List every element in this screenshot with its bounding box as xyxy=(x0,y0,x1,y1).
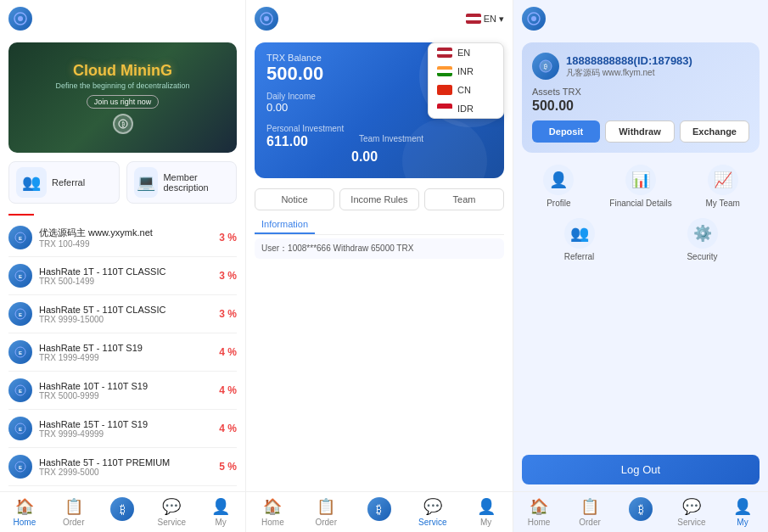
list-item[interactable]: E HashRate 5T - 110T S19 TRX 1999-4999 4… xyxy=(8,333,237,372)
lang-dropdown: EN INR CN IDR xyxy=(428,42,504,119)
svg-point-1 xyxy=(18,16,23,21)
list-item[interactable]: E HashRate 5T - 110T CLASSIC TRX 9999-15… xyxy=(8,295,237,333)
card-btn-income-rules[interactable]: Income Rules xyxy=(339,188,419,210)
nav-item-order[interactable]: 📋Order xyxy=(300,492,353,532)
referral-icon: 👥 xyxy=(16,167,47,198)
product-name: 优选源码主 www.yxymk.net xyxy=(39,227,212,239)
menu-item-financial-details[interactable]: 📊Financial Details xyxy=(604,165,678,208)
nav-item-home[interactable]: 🏠Home xyxy=(246,492,300,532)
daily-value: 0.00 xyxy=(266,101,288,114)
product-info: HashRate 15T - 110T S19 TRX 9999-49999 xyxy=(39,419,212,439)
nav-item-service[interactable]: 💬Service xyxy=(147,492,196,532)
nav-item-order[interactable]: 📋Order xyxy=(564,492,615,532)
member-icon: 💻 xyxy=(134,167,159,198)
banner-subtitle: Define the beginning of decentralization xyxy=(55,81,189,90)
nav-icon-my: 👤 xyxy=(211,497,230,516)
nav-label-my: My xyxy=(215,518,226,527)
team-invest-label: Team Investment xyxy=(359,134,423,149)
daily-label: Daily Income xyxy=(266,92,316,101)
nav-icon-home: 🏠 xyxy=(263,497,282,516)
banner-icon: ₿ xyxy=(113,114,133,134)
list-item[interactable]: E HashRate 5T - 110T PREMIUM TRX 2999-50… xyxy=(8,448,237,486)
nav-icon-order: 📋 xyxy=(64,497,83,516)
mid-bottom-nav: 🏠Home📋Order₿💬Service👤My xyxy=(246,491,513,532)
product-range: TRX 5000-9999 xyxy=(39,391,212,400)
lang-inr[interactable]: INR xyxy=(429,62,503,81)
lang-idr-label: IDR xyxy=(457,104,474,114)
lang-en[interactable]: EN xyxy=(429,43,503,62)
promo-referral[interactable]: 👥 Referral xyxy=(8,161,120,204)
lang-selector[interactable]: EN ▾ xyxy=(466,14,504,25)
exchange-button[interactable]: Exchange xyxy=(680,120,749,143)
nav-icon-service: 💬 xyxy=(423,497,442,516)
list-item[interactable]: E HashRate 10T - 110T S19 TRX 5000-9999 … xyxy=(8,372,237,410)
svg-text:E: E xyxy=(19,427,22,432)
menu-bottom-grid: 👥Referral⚙️Security xyxy=(522,218,760,261)
nav-item-my[interactable]: 👤My xyxy=(196,492,245,532)
nav-icon-my: 👤 xyxy=(733,497,752,516)
user-actions: Deposit Withdraw Exchange xyxy=(532,120,749,143)
menu-item-profile[interactable]: 👤Profile xyxy=(522,165,596,208)
logo-left xyxy=(8,7,32,31)
product-rate: 5 % xyxy=(219,461,237,473)
nav-item-[interactable]: ₿ xyxy=(353,492,406,532)
card-btn-notice[interactable]: Notice xyxy=(255,188,334,210)
nav-icon-home: 🏠 xyxy=(530,497,548,516)
menu-icon: 📈 xyxy=(708,165,738,195)
logout-button[interactable]: Log Out xyxy=(522,455,760,484)
lang-en-label: EN xyxy=(457,48,470,58)
withdraw-button[interactable]: Withdraw xyxy=(605,120,675,143)
product-info: HashRate 5T - 110T PREMIUM TRX 2999-5000 xyxy=(39,457,212,477)
nav-item-my[interactable]: 👤My xyxy=(459,492,513,532)
flag-us-icon xyxy=(437,48,452,58)
banner: Cloud MininG Define the beginning of dec… xyxy=(8,42,237,153)
list-item[interactable]: E 优选源码主 www.yxymk.net TRX 100-499 3 % xyxy=(8,219,237,257)
nav-label-home: Home xyxy=(528,518,551,527)
product-icon: E xyxy=(8,455,32,479)
nav-label-service: Service xyxy=(418,518,446,527)
nav-item-home[interactable]: 🏠Home xyxy=(513,492,564,532)
nav-item-[interactable]: ₿ xyxy=(98,492,148,532)
product-name: HashRate 5T - 110T PREMIUM xyxy=(39,457,212,468)
deposit-button[interactable]: Deposit xyxy=(532,120,600,143)
menu-label: My Team xyxy=(705,199,739,208)
nav-item-my[interactable]: 👤My xyxy=(717,492,768,532)
menu-label: Profile xyxy=(547,199,570,208)
product-range: TRX 1999-4999 xyxy=(39,353,212,362)
menu-label: Security xyxy=(687,252,717,261)
promo-member[interactable]: 💻 Member description xyxy=(126,161,238,204)
personal-invest-label: Personal Investment xyxy=(266,124,344,133)
product-icon: E xyxy=(8,302,32,326)
lang-idr[interactable]: IDR xyxy=(429,99,503,118)
nav-item-service[interactable]: 💬Service xyxy=(406,492,459,532)
nav-label-order: Order xyxy=(63,518,85,527)
menu-label: Referral xyxy=(564,252,595,261)
menu-item-referral[interactable]: 👥Referral xyxy=(522,218,636,261)
right-panel: ₿ 18888888888(ID:187983) 凡客源码 www.fkym.n… xyxy=(513,0,768,532)
nav-icon-service: 💬 xyxy=(162,497,181,516)
product-info: 优选源码主 www.yxymk.net TRX 100-499 xyxy=(39,227,212,249)
nav-item-service[interactable]: 💬Service xyxy=(666,492,717,532)
svg-text:E: E xyxy=(19,465,22,470)
product-icon: E xyxy=(8,378,32,402)
banner-cta[interactable]: Join us right now xyxy=(87,95,160,109)
tab-information[interactable]: Information xyxy=(255,216,315,234)
nav-item-order[interactable]: 📋Order xyxy=(49,492,98,532)
list-item[interactable]: E HashRate 15T - 110T S19 TRX 9999-49999… xyxy=(8,410,237,448)
list-item[interactable]: E HashRate 1T - 110T CLASSIC TRX 500-149… xyxy=(8,257,237,295)
product-icon: E xyxy=(8,417,32,440)
nav-item-home[interactable]: 🏠Home xyxy=(0,492,49,532)
nav-item-[interactable]: ₿ xyxy=(615,492,666,532)
product-range: TRX 100-499 xyxy=(39,239,212,249)
lang-cn[interactable]: CN xyxy=(429,81,503,99)
product-icon: E xyxy=(8,264,32,288)
product-rate: 4 % xyxy=(219,346,237,358)
product-range: TRX 9999-49999 xyxy=(39,429,212,439)
card-btn-team[interactable]: Team xyxy=(424,188,504,210)
menu-item-security[interactable]: ⚙️Security xyxy=(645,218,760,261)
menu-item-my-team[interactable]: 📈My Team xyxy=(686,165,760,208)
nav-icon-order: 📋 xyxy=(317,497,335,516)
svg-text:E: E xyxy=(19,312,22,317)
user-phone-id: 18888888888(ID:187983) xyxy=(566,54,692,67)
promo-row: 👥 Referral 💻 Member description xyxy=(8,161,237,204)
